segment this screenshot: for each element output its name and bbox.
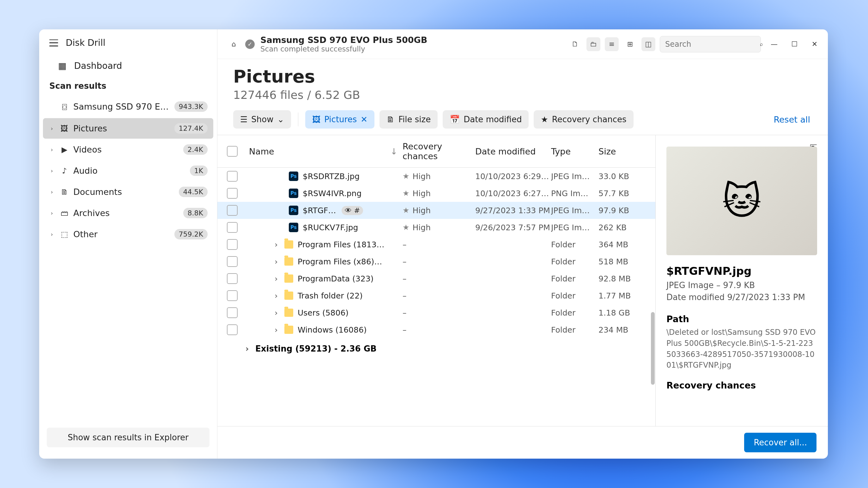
sidebar-item-other[interactable]: ›⬚Other759.2K xyxy=(43,224,213,245)
sidebar-item-count: 2.4K xyxy=(183,144,208,155)
scrollbar[interactable] xyxy=(651,312,655,385)
image-icon: 🖼 xyxy=(312,115,320,124)
folder-icon xyxy=(284,274,293,283)
row-checkbox[interactable] xyxy=(227,307,238,318)
close-button[interactable]: ✕ xyxy=(808,37,822,51)
show-chip[interactable]: ☰Show⌄ xyxy=(233,110,291,129)
row-checkbox[interactable] xyxy=(227,256,238,267)
table-row[interactable]: Ps$RTGF…👁 #★High9/27/2023 1:33 PMJPEG Im… xyxy=(217,202,655,219)
row-checkbox[interactable] xyxy=(227,290,238,301)
table-row[interactable]: ›Program Files (1813…–Folder364 MB xyxy=(217,236,655,253)
dashboard-link[interactable]: ▦ Dashboard xyxy=(39,54,217,77)
chevron-right-icon[interactable]: › xyxy=(272,308,280,318)
document-icon: 🗎 xyxy=(386,115,395,124)
table-row[interactable]: ›ProgramData (323)–Folder92.8 MB xyxy=(217,270,655,287)
preview-badge[interactable]: 👁 # xyxy=(342,206,363,215)
show-in-explorer-button[interactable]: Show scan results in Explorer xyxy=(47,428,210,447)
search-input[interactable] xyxy=(665,40,760,48)
size-cell: 262 KB xyxy=(598,223,646,232)
existing-group[interactable]: ›Existing (59213) - 2.36 GB xyxy=(217,338,655,359)
row-checkbox[interactable] xyxy=(227,222,238,233)
row-checkbox[interactable] xyxy=(227,273,238,284)
sidebar-item-count: 127.4K xyxy=(175,123,208,134)
filename: ProgramData (323) xyxy=(298,274,373,283)
chevron-right-icon[interactable]: › xyxy=(272,240,280,249)
close-icon[interactable]: ✕ xyxy=(361,115,368,124)
disk-title: Samsung SSD 970 EVO Plus 500GB xyxy=(260,35,427,45)
menu-icon[interactable] xyxy=(49,39,58,46)
search-box[interactable]: ⌕ xyxy=(660,36,761,53)
main-panel: ⌂ ✓ Samsung SSD 970 EVO Plus 500GB Scan … xyxy=(217,29,828,459)
chevron-right-icon[interactable]: › xyxy=(272,274,280,283)
filename: $RTGF… xyxy=(303,206,336,215)
row-checkbox[interactable] xyxy=(227,171,238,182)
minimize-button[interactable]: — xyxy=(767,37,781,51)
chevron-right-icon[interactable]: › xyxy=(272,257,280,266)
table-row[interactable]: Ps$RSW4IVR.png★High10/10/2023 6:27…PNG I… xyxy=(217,185,655,202)
column-recovery[interactable]: Recovery chances xyxy=(403,141,475,161)
table-row[interactable]: ›Program Files (x86)…–Folder518 MB xyxy=(217,253,655,270)
sidebar-item-audio[interactable]: ›♪Audio1K xyxy=(43,160,213,181)
column-size[interactable]: Size xyxy=(598,147,646,156)
table-row[interactable]: ›Windows (16086)–Folder234 MB xyxy=(217,321,655,338)
size-cell: 33.0 KB xyxy=(598,172,646,181)
sidebar-item-archives[interactable]: ›🗃Archives8.8K xyxy=(43,203,213,223)
toolbar: ⌂ ✓ Samsung SSD 970 EVO Plus 500GB Scan … xyxy=(217,29,828,59)
check-icon: ✓ xyxy=(245,39,255,49)
table-row[interactable]: Ps$RSDRTZB.jpg★High10/10/2023 6:29…JPEG … xyxy=(217,168,655,185)
grid-view-icon[interactable]: ⊞ xyxy=(623,37,637,51)
select-all-checkbox[interactable] xyxy=(227,146,238,157)
folder-icon[interactable]: 🗀 xyxy=(586,37,600,51)
pictures-filter-chip[interactable]: 🖼Pictures✕ xyxy=(305,110,374,129)
maximize-button[interactable]: ☐ xyxy=(787,37,801,51)
scan-results-heading: Scan results xyxy=(39,77,217,96)
column-name[interactable]: Name↓ xyxy=(249,147,403,156)
row-checkbox[interactable] xyxy=(227,239,238,250)
row-checkbox[interactable] xyxy=(227,324,238,335)
star-icon: ★ xyxy=(403,223,409,232)
document-icon[interactable]: 🗋 xyxy=(568,37,582,51)
column-type[interactable]: Type xyxy=(551,147,598,156)
filter-icon: ☰ xyxy=(240,115,247,124)
drive-label: Samsung SSD 970 EV... xyxy=(73,102,170,111)
type-cell: PNG Im… xyxy=(551,189,598,198)
filename: $RUCKV7F.jpg xyxy=(303,223,358,232)
reset-all-link[interactable]: Reset all xyxy=(774,115,812,125)
size-cell: 1.18 GB xyxy=(598,308,646,318)
table-header: Name↓ Recovery chances Date modified Typ… xyxy=(217,135,655,168)
filename: Program Files (1813… xyxy=(298,240,384,249)
recover-all-button[interactable]: Recover all... xyxy=(744,433,816,452)
chevron-right-icon[interactable]: › xyxy=(272,291,280,300)
chevron-right-icon[interactable]: › xyxy=(272,325,280,334)
home-icon[interactable]: ⌂ xyxy=(227,37,241,51)
sidebar-item-documents[interactable]: ›🗎Documents44.5K xyxy=(43,182,213,202)
date-cell: 10/10/2023 6:29… xyxy=(475,172,551,181)
sidebar-item-label: Videos xyxy=(73,145,179,155)
folder-icon xyxy=(284,308,293,317)
date-filter-chip[interactable]: 📅Date modified xyxy=(443,110,529,129)
sidebar-item-videos[interactable]: ›▶Videos2.4K xyxy=(43,139,213,160)
column-date[interactable]: Date modified xyxy=(475,147,551,156)
table-row[interactable]: Ps$RUCKV7F.jpg★High9/26/2023 7:57 PMJPEG… xyxy=(217,219,655,236)
sidebar-item-pictures[interactable]: ›🖼Pictures127.4K xyxy=(43,118,213,139)
disk-header: Samsung SSD 970 EVO Plus 500GB Scan comp… xyxy=(260,35,427,53)
list-view-icon[interactable]: ≡ xyxy=(605,37,619,51)
drive-count: 943.3K xyxy=(175,101,208,112)
table-row[interactable]: ›Users (5806)–Folder1.18 GB xyxy=(217,304,655,321)
row-checkbox[interactable] xyxy=(227,188,238,199)
chevron-right-icon: › xyxy=(48,231,56,237)
type-cell: Folder xyxy=(551,240,598,249)
sidebar-item-label: Documents xyxy=(73,187,175,197)
category-icon: 🗃 xyxy=(60,209,69,218)
size-cell: 92.8 MB xyxy=(598,274,646,283)
row-checkbox[interactable] xyxy=(227,205,238,216)
type-cell: JPEG Im… xyxy=(551,206,598,215)
sidebar-drive[interactable]: ⌼ Samsung SSD 970 EV... 943.3K xyxy=(43,96,213,117)
filesize-filter-chip[interactable]: 🗎File size xyxy=(379,110,438,129)
table-row[interactable]: ›Trash folder (22)–Folder1.77 MB xyxy=(217,287,655,304)
app-title: Disk Drill xyxy=(66,38,105,48)
photoshop-icon: Ps xyxy=(289,171,298,181)
panel-icon[interactable]: ◫ xyxy=(642,37,655,51)
recovery-filter-chip[interactable]: ★Recovery chances xyxy=(534,110,633,129)
type-cell: JPEG Im… xyxy=(551,223,598,232)
